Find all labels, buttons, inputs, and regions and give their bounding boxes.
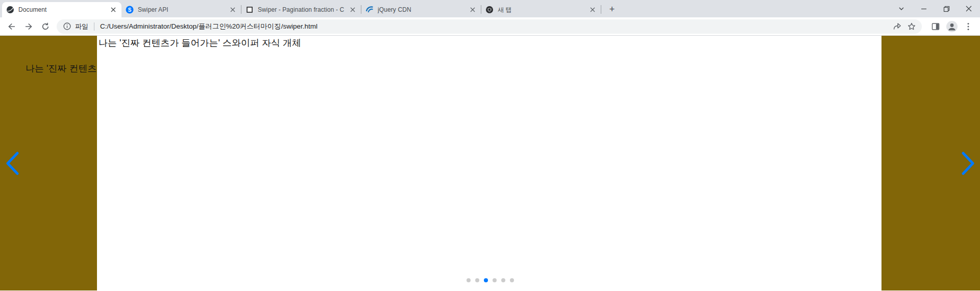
tab-title: Swiper - Pagination fraction - C [258, 6, 348, 13]
reload-icon[interactable] [38, 19, 53, 34]
share-icon[interactable] [890, 19, 904, 34]
profile-avatar[interactable] [944, 19, 960, 34]
bookmark-star-icon[interactable] [904, 19, 919, 34]
pagination-dot[interactable] [475, 278, 479, 282]
prev-slide-text: 나는 '진짜 컨텐츠가 [26, 62, 106, 75]
square-outline-icon [246, 6, 254, 14]
address-bar[interactable]: 파일 C:/Users/Administrator/Desktop/플러그인%2… [57, 19, 922, 34]
info-icon [63, 22, 71, 31]
tab-search-chevron-icon[interactable] [890, 0, 913, 17]
swiper-logo-icon: S [126, 6, 134, 14]
pagination-dot[interactable] [510, 278, 514, 282]
swiper-next-button[interactable] [961, 152, 975, 175]
tab-jquery-cdn[interactable]: jQuery CDN [361, 2, 481, 17]
side-panel-icon[interactable] [928, 19, 943, 34]
toolbar-right [927, 19, 976, 34]
pagination-dot-active[interactable] [484, 278, 488, 282]
pagination-dot[interactable] [467, 278, 471, 282]
tab-close-icon[interactable] [109, 6, 117, 14]
tab-swiper-pagination-fraction[interactable]: Swiper - Pagination fraction - C [241, 2, 361, 17]
tab-title: Swiper API [138, 6, 228, 13]
minimize-icon[interactable] [913, 0, 935, 17]
jquery-logo-icon [365, 6, 374, 14]
tab-title: Document [18, 6, 109, 13]
swiper-container: 나는 '진짜 컨텐츠가 나는 '진짜 컨텐츠가 들어가는' 스와이퍼 자식 개체 [0, 36, 980, 290]
tab-document[interactable]: Document [2, 2, 121, 17]
tab-close-icon[interactable] [348, 6, 357, 14]
tab-close-icon[interactable] [228, 6, 237, 14]
forward-icon[interactable] [21, 19, 36, 34]
pagination-dot[interactable] [493, 278, 497, 282]
omnibox-separator [94, 22, 94, 31]
swiper-active-slide[interactable]: 나는 '진짜 컨텐츠가 들어가는' 스와이퍼 자식 개체 [97, 36, 881, 290]
new-tab-button[interactable]: + [605, 3, 619, 16]
tab-strip: Document S Swiper API Swiper - Paginatio… [0, 0, 980, 17]
restore-icon[interactable] [935, 0, 958, 17]
chrome-dark-icon [485, 6, 494, 14]
tab-title: jQuery CDN [378, 6, 468, 13]
active-slide-text: 나는 '진짜 컨텐츠가 들어가는' 스와이퍼 자식 개체 [97, 36, 881, 49]
svg-text:S: S [128, 7, 132, 13]
globe-dark-icon [6, 6, 14, 14]
tab-separator [601, 5, 601, 14]
tab-swiper-api[interactable]: S Swiper API [121, 2, 241, 17]
url-text: C:/Users/Administrator/Desktop/플러그인%20커스… [100, 22, 890, 31]
browser-toolbar: 파일 C:/Users/Administrator/Desktop/플러그인%2… [0, 17, 980, 36]
back-icon[interactable] [4, 19, 19, 34]
window-controls [890, 0, 980, 17]
swiper-prev-button[interactable] [5, 152, 19, 175]
site-info-chip[interactable]: 파일 [63, 22, 88, 31]
kebab-menu-icon[interactable] [961, 19, 976, 34]
tab-close-icon[interactable] [588, 6, 597, 14]
tab-close-icon[interactable] [468, 6, 477, 14]
tab-title: 새 탭 [498, 6, 588, 14]
pagination-dot[interactable] [501, 278, 505, 282]
file-scheme-label: 파일 [75, 22, 88, 31]
tab-new-tab[interactable]: 새 탭 [481, 2, 601, 17]
close-window-icon[interactable] [958, 0, 980, 17]
swiper-pagination [0, 278, 980, 282]
